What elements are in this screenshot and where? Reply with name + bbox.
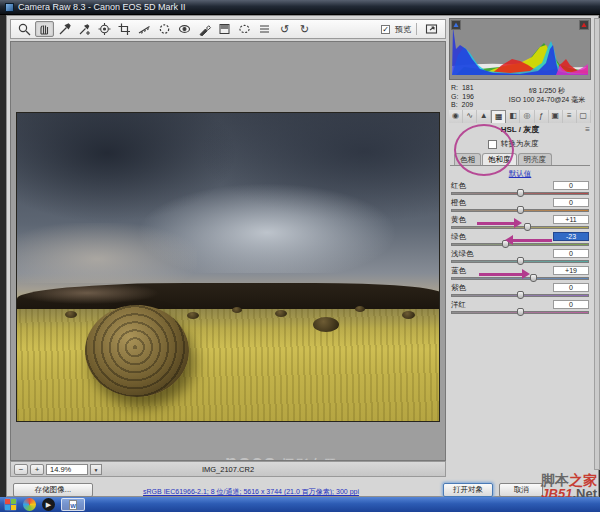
save-image-button[interactable]: 存储图像... — [13, 483, 93, 497]
convert-to-grayscale-row: 转换为灰度 — [488, 139, 539, 149]
red-eye-tool-icon[interactable] — [175, 21, 194, 37]
tab-effects[interactable]: ƒ — [535, 110, 549, 123]
slider-blue: 蓝色 +19 — [450, 266, 590, 283]
filename-label: IMG_2107.CR2 — [202, 465, 254, 474]
graduated-filter-tool-icon[interactable] — [215, 21, 234, 37]
slider-orange-handle[interactable] — [517, 206, 524, 214]
poco-logo-text: poco — [225, 451, 277, 461]
media-player-icon[interactable]: ▶ — [42, 498, 55, 511]
tab-camera-calibration[interactable]: ▣ — [549, 110, 563, 123]
slider-yellow: 黄色 +11 — [450, 215, 590, 232]
aperture-shutter-label: f/8 1/250 秒 — [504, 86, 590, 95]
rotate-left-button-icon[interactable]: ↺ — [275, 21, 294, 37]
preview-checkbox[interactable]: ✓ — [381, 25, 390, 34]
slider-green-value[interactable]: -23 — [553, 232, 589, 241]
slider-blue-handle[interactable] — [530, 274, 537, 282]
targeted-adjustment-tool-icon[interactable] — [95, 21, 114, 37]
adjustment-brush-tool-icon[interactable] — [195, 21, 214, 37]
tab-basic[interactable]: ◉ — [449, 110, 463, 123]
preview-checkbox-label: 预览 — [395, 24, 411, 35]
saturation-sliders: 红色 0 橙色 0 黄色 +11 绿色 -23 — [450, 181, 590, 317]
slider-green: 绿色 -23 — [450, 232, 590, 249]
photo-canvas[interactable] — [16, 112, 440, 422]
exposure-readout: f/8 1/250 秒 ISO 100 24-70@24 毫米 — [504, 86, 590, 104]
tools-toolbar: ↺ ↻ ✓ 预览 — [10, 19, 446, 39]
windows-taskbar: ▶ W — [0, 497, 600, 512]
screenshot-stage: Camera Raw 8.3 - Canon EOS 5D Mark II — [0, 0, 600, 512]
slider-blue-value[interactable]: +19 — [553, 266, 589, 275]
panel-tabstrip: ◉ ∿ ▲ ▦ ◧ ◎ ƒ ▣ ≡ ▢ — [449, 110, 591, 123]
g-value: 196 — [462, 93, 474, 100]
preferences-button-icon[interactable] — [255, 21, 274, 37]
slider-red-handle[interactable] — [517, 189, 524, 197]
slider-orange: 橙色 0 — [450, 198, 590, 215]
tab-split-toning[interactable]: ◧ — [506, 110, 520, 123]
zoom-in-button[interactable]: + — [30, 464, 44, 475]
hay-bale-large — [85, 305, 189, 397]
word-document-taskbar-button[interactable]: W — [61, 498, 85, 511]
straighten-tool-icon[interactable] — [135, 21, 154, 37]
subtab-hue[interactable]: 色相 — [454, 153, 481, 165]
slider-yellow-value[interactable]: +11 — [553, 215, 589, 224]
default-values-link[interactable]: 默认值 — [448, 169, 592, 179]
histogram — [449, 18, 591, 80]
zoom-strip: − + 14.9% ▼ IMG_2107.CR2 — [10, 461, 446, 477]
hay-bale — [65, 311, 77, 318]
panel-title: HSL / 灰度 — [449, 124, 591, 136]
tab-hsl-grayscale[interactable]: ▦ — [491, 110, 506, 123]
slider-aqua-handle[interactable] — [517, 257, 524, 265]
hay-bale-medium — [313, 317, 339, 332]
crop-tool-icon[interactable] — [115, 21, 134, 37]
zoom-out-button[interactable]: − — [14, 464, 28, 475]
radial-filter-tool-icon[interactable] — [235, 21, 254, 37]
image-preview-pane[interactable]: poco 摄影专题 http://photo.poco.cn/ — [10, 41, 446, 461]
tab-tone-curve[interactable]: ∿ — [463, 110, 477, 123]
spot-removal-tool-icon[interactable] — [155, 21, 174, 37]
slider-magenta: 洋红 0 — [450, 300, 590, 317]
grayscale-label: 转换为灰度 — [501, 139, 539, 149]
tab-snapshots[interactable]: ▢ — [577, 110, 591, 123]
slider-aqua-value[interactable]: 0 — [553, 249, 589, 258]
hay-bale — [275, 310, 287, 317]
hay-bale — [187, 312, 199, 319]
hand-tool-icon[interactable] — [35, 21, 54, 37]
window-title: Camera Raw 8.3 - Canon EOS 5D Mark II — [18, 0, 186, 15]
poco-watermark: poco 摄影专题 http://photo.poco.cn/ — [225, 452, 385, 461]
fullscreen-toggle-icon[interactable] — [422, 21, 441, 37]
browser-icon[interactable] — [23, 498, 36, 511]
grayscale-checkbox[interactable] — [488, 140, 497, 149]
tab-presets[interactable]: ≡ — [563, 110, 577, 123]
window-titlebar[interactable]: Camera Raw 8.3 - Canon EOS 5D Mark II — [0, 0, 600, 15]
zoom-tool-icon[interactable] — [15, 21, 34, 37]
slider-magenta-value[interactable]: 0 — [553, 300, 589, 309]
panel-menu-icon[interactable]: ≡ — [585, 124, 590, 136]
panel-scrollbar[interactable] — [594, 18, 600, 470]
subtab-saturation[interactable]: 饱和度 — [482, 153, 517, 165]
tab-detail[interactable]: ▲ — [477, 110, 491, 123]
start-button-icon[interactable] — [4, 498, 17, 511]
color-sampler-tool-icon[interactable] — [75, 21, 94, 37]
slider-purple-handle[interactable] — [517, 291, 524, 299]
sky-horizon-glow — [16, 223, 197, 283]
rgb-readout: R: 181 G: 196 B: 209 — [451, 84, 503, 110]
slider-magenta-handle[interactable] — [517, 308, 524, 316]
slider-purple-value[interactable]: 0 — [553, 283, 589, 292]
cancel-button[interactable]: 取消 — [499, 483, 543, 497]
camera-raw-dialog: ↺ ↻ ✓ 预览 — [6, 15, 599, 497]
zoom-level-value[interactable]: 14.9% — [46, 464, 88, 475]
adjustments-panel: R: 181 G: 196 B: 209 f/8 1/250 秒 ISO 100… — [448, 18, 592, 470]
open-object-button[interactable]: 打开对象 — [443, 483, 493, 497]
hay-bale — [355, 306, 365, 312]
tab-lens-corrections[interactable]: ◎ — [520, 110, 534, 123]
slider-purple: 紫色 0 — [450, 283, 590, 300]
slider-orange-value[interactable]: 0 — [553, 198, 589, 207]
slider-green-handle[interactable] — [502, 240, 509, 248]
app-icon — [5, 3, 14, 12]
zoom-dropdown-arrow-icon[interactable]: ▼ — [90, 464, 102, 475]
workflow-options-link[interactable]: sRGB IEC61966-2.1; 8 位/通道; 5616 x 3744 (… — [143, 487, 359, 497]
white-balance-tool-icon[interactable] — [55, 21, 74, 37]
subtab-luminance[interactable]: 明亮度 — [518, 153, 553, 165]
rotate-right-button-icon[interactable]: ↻ — [295, 21, 314, 37]
slider-yellow-handle[interactable] — [524, 223, 531, 231]
slider-red-value[interactable]: 0 — [553, 181, 589, 190]
